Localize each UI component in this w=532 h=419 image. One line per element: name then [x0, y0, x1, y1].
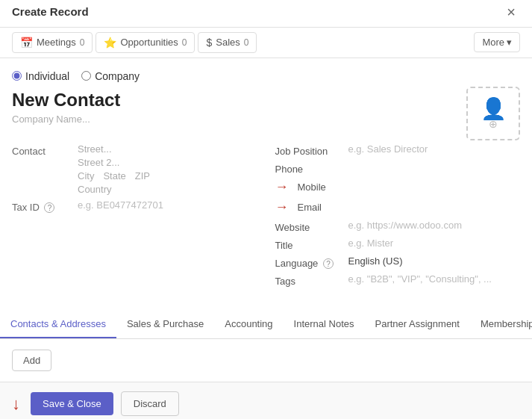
phone-row: Phone — [275, 161, 521, 175]
meetings-button[interactable]: 📅 Meetings 0 — [12, 32, 93, 53]
create-record-dialog: Create Record × 📅 Meetings 0 ⭐ Opportuni… — [0, 0, 532, 419]
tax-id-label: Tax ID ? — [12, 199, 72, 214]
email-arrow-icon: → — [275, 199, 289, 215]
job-position-field[interactable]: e.g. Sales Director — [348, 143, 428, 155]
individual-radio-label[interactable]: Individual — [12, 70, 69, 82]
sales-button[interactable]: $ Sales 0 — [198, 32, 257, 53]
add-button[interactable]: Add — [12, 350, 51, 371]
opportunities-label: Opportunities — [120, 37, 178, 48]
opportunities-button[interactable]: ⭐ Opportunities 0 — [96, 32, 195, 53]
tags-row: Tags e.g. "B2B", "VIP", "Consulting", ..… — [275, 273, 521, 287]
language-row: Language ? English (US) — [275, 255, 521, 270]
tab-contacts-addresses[interactable]: Contacts & Addresses — [0, 311, 116, 338]
contact-title-section: New Contact Company Name... — [12, 90, 120, 135]
form-body: Individual Company New Contact Company N… — [0, 58, 532, 304]
form-two-col: Contact Street... Street 2... City State… — [12, 143, 520, 292]
job-position-row: Job Position e.g. Sales Director — [275, 143, 521, 157]
language-value[interactable]: English (US) — [348, 255, 403, 267]
street-field[interactable]: Street... — [78, 143, 150, 155]
close-button[interactable]: × — [502, 3, 520, 21]
email-label: Email — [298, 199, 365, 213]
dialog-title: Create Record — [12, 5, 89, 18]
tab-internal-notes[interactable]: Internal Notes — [284, 311, 365, 338]
contact-title: New Contact — [12, 90, 120, 111]
contact-label: Contact — [12, 143, 72, 157]
contact-title-row: New Contact Company Name... 👤 ⊕ — [12, 90, 520, 140]
sales-label: Sales — [216, 37, 240, 48]
phone-label: Phone — [275, 161, 342, 175]
title-label: Title — [275, 238, 342, 251]
tags-field[interactable]: e.g. "B2B", "VIP", "Consulting", ... — [348, 273, 492, 285]
calendar-icon: 📅 — [20, 37, 33, 49]
mobile-row: → Mobile — [275, 179, 521, 195]
star-icon: ⭐ — [104, 37, 116, 49]
website-field[interactable]: e.g. https://www.odoo.com — [348, 220, 462, 231]
individual-label: Individual — [25, 70, 69, 82]
website-label: Website — [275, 220, 342, 233]
country-field[interactable]: Country — [78, 184, 150, 195]
meetings-label: Meetings — [37, 37, 76, 48]
photo-upload[interactable]: 👤 ⊕ — [466, 87, 520, 140]
meetings-count: 0 — [80, 37, 85, 48]
chevron-down-icon: ▾ — [507, 37, 512, 48]
toolbar: 📅 Meetings 0 ⭐ Opportunities 0 $ Sales 0… — [0, 28, 532, 58]
mobile-arrow-icon: → — [275, 179, 289, 195]
website-row: Website e.g. https://www.odoo.com — [275, 220, 521, 233]
discard-button[interactable]: Discard — [121, 391, 179, 416]
company-radio[interactable] — [81, 71, 91, 81]
dialog-header: Create Record × — [0, 0, 532, 28]
company-label: Company — [95, 70, 140, 82]
tabs-bar: Contacts & Addresses Sales & Purchase Ac… — [0, 311, 532, 339]
address-block: Street... Street 2... City State ZIP Cou… — [78, 143, 150, 195]
city-field[interactable]: City — [78, 170, 94, 181]
city-state-zip-row: City State ZIP — [78, 170, 150, 181]
job-position-label: Job Position — [275, 143, 342, 157]
title-field[interactable]: e.g. Mister — [348, 238, 394, 249]
company-radio-label[interactable]: Company — [81, 70, 140, 82]
sales-count: 0 — [244, 37, 249, 48]
photo-add-icon: ⊕ — [489, 118, 498, 130]
title-row: Title e.g. Mister — [275, 238, 521, 251]
save-arrow-icon: ↓ — [12, 394, 20, 414]
company-name-field[interactable]: Company Name... — [12, 114, 120, 125]
contact-type-group: Individual Company — [12, 70, 520, 82]
language-label: Language ? — [275, 255, 342, 270]
dollar-icon: $ — [206, 37, 212, 49]
tab-accounting[interactable]: Accounting — [214, 311, 283, 338]
zip-field[interactable]: ZIP — [135, 170, 150, 181]
opportunities-count: 0 — [182, 37, 187, 48]
tags-label: Tags — [275, 273, 342, 287]
tax-id-field[interactable]: e.g. BE0477472701 — [78, 199, 163, 211]
state-field[interactable]: State — [103, 170, 125, 181]
tax-id-row: Tax ID ? e.g. BE0477472701 — [12, 199, 257, 214]
more-button[interactable]: More ▾ — [474, 32, 520, 52]
left-section: Contact Street... Street 2... City State… — [12, 143, 257, 292]
email-row: → Email — [275, 199, 521, 215]
dialog-footer: ↓ Save & Close Discard — [0, 382, 532, 419]
right-section: Job Position e.g. Sales Director Phone →… — [275, 143, 521, 292]
more-label: More — [482, 37, 504, 48]
mobile-label: Mobile — [298, 179, 365, 193]
tab-sales-purchase[interactable]: Sales & Purchase — [116, 311, 214, 338]
language-help[interactable]: ? — [323, 258, 334, 269]
tax-id-help[interactable]: ? — [44, 202, 54, 213]
contact-address-row: Contact Street... Street 2... City State… — [12, 143, 257, 195]
tab-membership[interactable]: Membership — [470, 311, 532, 338]
tab-partner-assignment[interactable]: Partner Assignment — [365, 311, 470, 338]
tab-content-area: Add — [0, 339, 532, 382]
individual-radio[interactable] — [12, 71, 22, 81]
save-close-button[interactable]: Save & Close — [31, 392, 113, 415]
street2-field[interactable]: Street 2... — [78, 157, 150, 168]
